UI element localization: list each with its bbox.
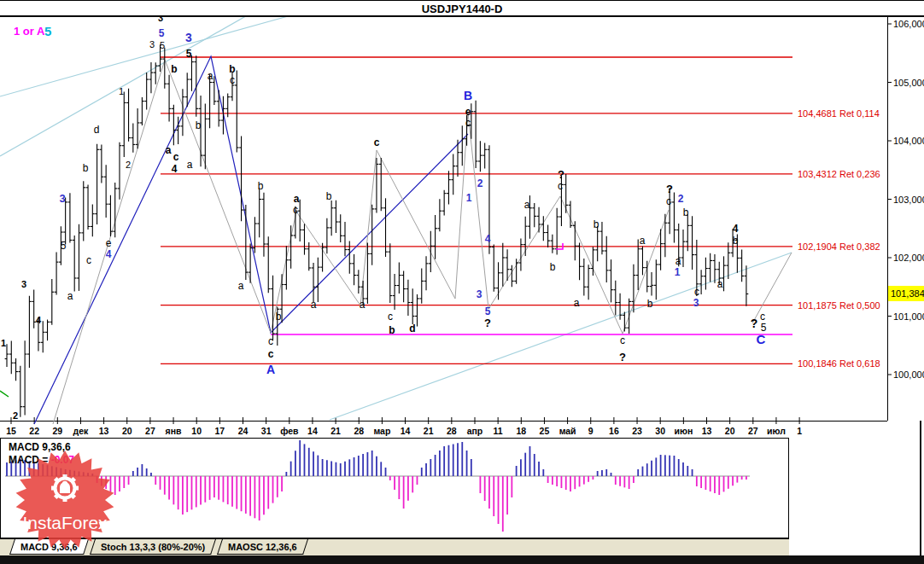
instaforex-logo: InstaForex — [12, 449, 118, 555]
svg-text:c: c — [558, 180, 563, 192]
price-axis[interactable]: 106,000105,000104,000103,000102,000101,0… — [887, 19, 924, 380]
svg-text:3: 3 — [21, 279, 26, 289]
svg-text:24: 24 — [238, 426, 249, 436]
current-price-tag: 101,384 — [888, 286, 924, 301]
svg-text:c: c — [86, 254, 91, 266]
svg-text:c: c — [268, 335, 273, 347]
svg-text:101,000: 101,000 — [893, 311, 924, 322]
svg-text:?: ? — [619, 351, 626, 363]
svg-text:янв: янв — [166, 426, 182, 436]
svg-text:b: b — [647, 298, 653, 310]
svg-text:3: 3 — [477, 288, 482, 300]
svg-text:15: 15 — [6, 426, 16, 436]
svg-text:c: c — [388, 311, 393, 323]
svg-text:c: c — [620, 334, 625, 346]
gray-wave-line[interactable] — [53, 60, 792, 424]
svg-text:a: a — [67, 290, 73, 302]
svg-text:b: b — [258, 180, 264, 192]
svg-text:4: 4 — [485, 233, 491, 245]
svg-text:30: 30 — [655, 426, 665, 436]
chart-canvas[interactable]: 106,000105,000104,000103,000102,000101,0… — [0, 0, 924, 564]
svg-text:мар: мар — [373, 426, 390, 436]
svg-text:b: b — [550, 261, 556, 273]
svg-text:c: c — [268, 348, 274, 360]
svg-text:104,000: 104,000 — [893, 136, 924, 146]
svg-text:c: c — [173, 151, 179, 163]
svg-text:c: c — [230, 74, 235, 86]
svg-text:3: 3 — [185, 31, 192, 44]
svg-text:d: d — [409, 323, 415, 334]
svg-text:дек: дек — [73, 426, 90, 436]
svg-text:28: 28 — [354, 426, 364, 436]
svg-text:b: b — [171, 63, 177, 75]
svg-text:21: 21 — [424, 426, 434, 436]
svg-text:13: 13 — [702, 426, 712, 436]
svg-text:103,4312 Ret 0,236: 103,4312 Ret 0,236 — [798, 169, 880, 179]
svg-text:11: 11 — [494, 426, 503, 436]
svg-text:c: c — [374, 137, 380, 148]
svg-text:5: 5 — [61, 240, 67, 252]
svg-text:a: a — [675, 255, 681, 267]
svg-text:2: 2 — [13, 410, 18, 421]
svg-text:B: B — [464, 89, 472, 102]
svg-text:25: 25 — [540, 426, 550, 436]
svg-text:21: 21 — [330, 426, 341, 436]
svg-text:100,1846 Ret 0,618: 100,1846 Ret 0,618 — [798, 358, 880, 369]
svg-text:4: 4 — [172, 163, 178, 175]
svg-text:20: 20 — [122, 426, 132, 436]
svg-text:20: 20 — [725, 426, 735, 436]
svg-text:A: A — [266, 363, 275, 376]
svg-text:102,1904 Ret 0,382: 102,1904 Ret 0,382 — [798, 241, 880, 252]
svg-text:5: 5 — [44, 24, 51, 38]
price-bars — [5, 44, 749, 417]
svg-text:a: a — [717, 278, 723, 290]
svg-text:105,000: 105,000 — [893, 78, 924, 88]
svg-text:29: 29 — [52, 426, 62, 436]
svg-text:4: 4 — [733, 223, 739, 235]
svg-text:?: ? — [558, 168, 564, 181]
svg-text:104,4681 Ret 0,114: 104,4681 Ret 0,114 — [798, 108, 880, 119]
svg-text:b: b — [733, 235, 739, 247]
svg-text:b: b — [83, 162, 89, 174]
chart-title: USDJPY1440-D — [422, 3, 503, 15]
svg-text:5: 5 — [186, 48, 192, 60]
svg-text:101,1875 Ret 0,500: 101,1875 Ret 0,500 — [798, 300, 880, 311]
svg-text:1: 1 — [119, 86, 124, 96]
blue-wave-line[interactable] — [34, 56, 468, 424]
logo-text: InstaForex — [22, 513, 108, 532]
svg-text:a: a — [640, 235, 646, 247]
svg-text:5: 5 — [159, 27, 165, 39]
svg-text:a: a — [187, 159, 193, 171]
svg-text:22: 22 — [29, 426, 39, 436]
svg-text:июн: июн — [674, 426, 693, 436]
svg-text:31: 31 — [261, 426, 272, 436]
svg-text:c: c — [760, 311, 765, 323]
svg-text:июл: июл — [767, 426, 786, 436]
gear-person-icon — [51, 474, 79, 502]
svg-text:b: b — [196, 119, 202, 131]
svg-text:C: C — [757, 332, 766, 346]
svg-text:b: b — [326, 190, 332, 202]
svg-text:e: e — [465, 106, 471, 118]
svg-text:2: 2 — [126, 160, 131, 170]
svg-text:c: c — [293, 204, 298, 216]
svg-text:9: 9 — [588, 426, 594, 436]
svg-text:16: 16 — [609, 426, 619, 436]
time-axis[interactable]: 152229дек132027янв10172431фев142128мар14… — [6, 417, 802, 436]
svg-text:d: d — [94, 124, 100, 136]
svg-text:3: 3 — [693, 297, 699, 309]
svg-text:100,000: 100,000 — [893, 369, 924, 380]
svg-text:102,000: 102,000 — [893, 253, 924, 263]
svg-text:14: 14 — [307, 426, 318, 436]
svg-text:a: a — [360, 299, 366, 311]
svg-text:фев: фев — [280, 426, 299, 436]
svg-text:b: b — [594, 218, 599, 230]
svg-text:1: 1 — [466, 192, 472, 204]
svg-text:a: a — [574, 297, 580, 309]
svg-text:27: 27 — [145, 426, 155, 436]
svg-text:2: 2 — [477, 177, 483, 189]
svg-text:28: 28 — [447, 426, 457, 436]
svg-text:май: май — [559, 426, 576, 436]
tab-maosc[interactable]: MAOSC 12,36,6 — [217, 539, 308, 555]
svg-text:14: 14 — [401, 426, 411, 436]
